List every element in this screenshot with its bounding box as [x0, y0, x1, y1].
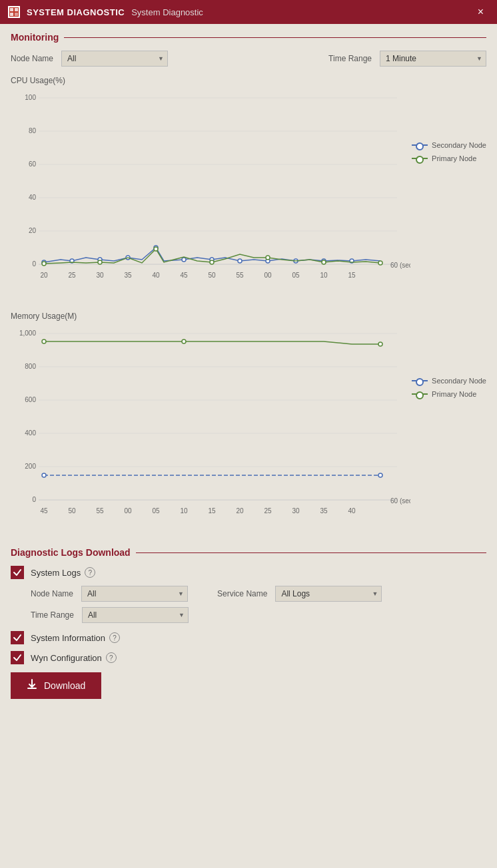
svg-rect-3 — [15, 13, 18, 16]
svg-text:00: 00 — [264, 272, 272, 279]
download-arrow-icon — [27, 679, 37, 690]
system-info-checkbox[interactable] — [11, 631, 24, 644]
svg-text:30: 30 — [292, 507, 300, 515]
svg-text:40: 40 — [348, 507, 356, 515]
svg-text:55: 55 — [236, 272, 244, 279]
system-logs-checkbox[interactable] — [11, 566, 24, 579]
svg-text:35: 35 — [124, 272, 132, 279]
time-range-select-wrapper[interactable]: 1 Minute 5 Minutes 15 Minutes 1 Hour — [380, 51, 486, 67]
node-name-label: Node Name — [11, 54, 53, 63]
wyn-config-label: Wyn Configuration ? — [31, 652, 117, 663]
svg-point-45 — [266, 256, 270, 260]
app-title: SYSTEM DIAGNOSTIC — [27, 7, 125, 17]
cpu-chart-container: CPU Usage(%) 100 80 60 40 20 0 20 25 — [11, 76, 486, 301]
svg-text:50: 50 — [68, 507, 76, 515]
system-logs-node-row: Node Name All Primary Node Secondary Nod… — [31, 586, 486, 602]
svg-text:30: 30 — [96, 272, 104, 279]
download-button[interactable]: Download — [11, 672, 101, 699]
svg-point-34 — [182, 258, 186, 262]
svg-text:55: 55 — [96, 507, 104, 515]
cpu-chart-title: CPU Usage(%) — [11, 76, 486, 85]
svg-rect-0 — [10, 8, 13, 11]
memory-chart-legend: Secondary Node Primary Node — [412, 377, 486, 398]
monitoring-filters: Node Name All Primary Node Secondary Nod… — [11, 51, 486, 67]
service-name-select[interactable]: All Logs Web Database — [275, 586, 382, 602]
svg-rect-1 — [15, 8, 18, 11]
app-icon — [8, 6, 20, 18]
svg-point-75 — [378, 342, 382, 346]
check-icon — [13, 568, 21, 576]
time-range-select[interactable]: 1 Minute 5 Minutes 15 Minutes 1 Hour — [380, 51, 486, 67]
service-name-label: Service Name — [217, 589, 267, 598]
svg-text:20: 20 — [29, 227, 37, 234]
diagnostic-logs-header: Diagnostic Logs Download — [11, 547, 486, 558]
window-title: System Diagnostic — [131, 7, 203, 17]
svg-point-44 — [210, 260, 214, 264]
cpu-legend-secondary: Secondary Node — [412, 141, 486, 149]
svg-text:35: 35 — [320, 507, 328, 515]
title-bar-left: SYSTEM DIAGNOSTIC System Diagnostic — [8, 6, 203, 18]
svg-rect-2 — [10, 13, 13, 16]
system-logs-time-row: Time Range All 1 Hour 6 Hours 24 Hours — [31, 607, 486, 623]
mem-legend-secondary: Secondary Node — [412, 377, 486, 385]
svg-text:1,000: 1,000 — [19, 329, 36, 337]
cpu-chart-legend: Secondary Node Primary Node — [412, 141, 486, 162]
svg-point-74 — [182, 339, 186, 343]
memory-chart-title: Memory Usage(M) — [11, 312, 486, 321]
svg-text:10: 10 — [180, 507, 188, 515]
system-logs-time-label: Time Range — [31, 610, 74, 620]
svg-text:45: 45 — [180, 272, 188, 279]
svg-text:05: 05 — [292, 272, 300, 279]
system-logs-time-select[interactable]: All 1 Hour 6 Hours 24 Hours — [82, 607, 189, 623]
wyn-config-help-icon[interactable]: ? — [106, 652, 117, 663]
svg-point-41 — [42, 262, 46, 266]
svg-text:80: 80 — [29, 127, 37, 134]
svg-point-76 — [42, 473, 46, 477]
system-logs-label: System Logs ? — [31, 567, 95, 578]
title-bar: SYSTEM DIAGNOSTIC System Diagnostic × — [0, 0, 497, 24]
mem-primary-line-icon — [412, 393, 428, 395]
svg-text:200: 200 — [25, 463, 36, 470]
svg-point-43 — [154, 247, 158, 251]
svg-text:40: 40 — [152, 272, 160, 279]
service-name-select-wrapper[interactable]: All Logs Web Database — [275, 586, 382, 602]
wyn-config-row: Wyn Configuration ? — [11, 651, 486, 664]
system-logs-node-label: Node Name — [31, 589, 73, 598]
svg-text:15: 15 — [208, 507, 216, 515]
svg-text:20: 20 — [236, 507, 244, 515]
system-info-row: System Information ? — [11, 631, 486, 644]
system-logs-row: System Logs ? — [11, 566, 486, 579]
system-info-label: System Information ? — [31, 632, 120, 643]
node-name-select-wrapper[interactable]: All Primary Node Secondary Node — [61, 51, 168, 67]
download-icon — [27, 679, 37, 692]
node-name-select[interactable]: All Primary Node Secondary Node — [61, 51, 168, 67]
check-icon-3 — [13, 654, 21, 662]
svg-text:0: 0 — [32, 260, 36, 268]
system-logs-node-select-wrapper[interactable]: All Primary Node Secondary Node — [81, 586, 188, 602]
wyn-config-checkbox[interactable] — [11, 651, 24, 664]
svg-text:50: 50 — [208, 272, 216, 279]
svg-text:0: 0 — [32, 496, 36, 503]
cpu-primary-line-icon — [412, 158, 428, 159]
memory-chart-container: Memory Usage(M) 1,000 800 600 400 200 0 … — [11, 312, 486, 537]
system-logs-help-icon[interactable]: ? — [85, 567, 95, 578]
svg-point-73 — [42, 339, 46, 343]
cpu-secondary-line-icon — [412, 144, 428, 146]
svg-point-46 — [322, 260, 326, 264]
cpu-legend-primary: Primary Node — [412, 154, 486, 162]
system-logs-node-select[interactable]: All Primary Node Secondary Node — [81, 586, 188, 602]
system-info-help-icon[interactable]: ? — [109, 632, 120, 643]
svg-point-36 — [238, 259, 242, 263]
cpu-chart-svg: 100 80 60 40 20 0 20 25 30 35 40 45 — [11, 88, 410, 301]
svg-text:15: 15 — [348, 272, 356, 279]
diagnostic-logs-section: Diagnostic Logs Download System Logs ? N… — [11, 547, 486, 699]
svg-text:25: 25 — [264, 507, 272, 515]
svg-text:800: 800 — [25, 363, 36, 370]
close-button[interactable]: × — [472, 3, 489, 21]
svg-text:60: 60 — [29, 160, 37, 168]
system-logs-filters: Node Name All Primary Node Secondary Nod… — [31, 586, 486, 623]
system-logs-time-select-wrapper[interactable]: All 1 Hour 6 Hours 24 Hours — [82, 607, 189, 623]
svg-text:10: 10 — [320, 272, 328, 279]
svg-text:05: 05 — [152, 507, 160, 515]
svg-text:600: 600 — [25, 396, 36, 403]
